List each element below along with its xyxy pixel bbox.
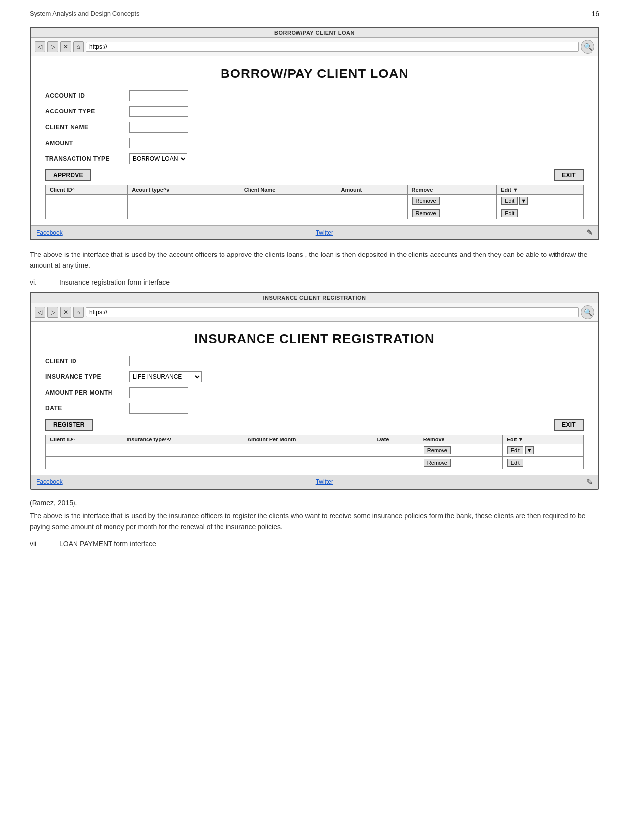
table-row: Remove Edit [46,456,584,469]
borrow-remove-btn-2[interactable]: Remove [412,209,440,217]
insurance-form-title: INSURANCE CLIENT REGISTRATION [45,331,584,347]
borrow-browser-mockup: BORROW/PAY CLIENT LOAN ◁ ▷ ✕ ⌂ 🔍 BORROW/… [30,27,599,240]
document-title: System Analysis and Design Concepts [30,10,140,17]
borrow-footer-facebook[interactable]: Facebook [37,229,63,236]
ins-col-remove: Remove [419,435,502,444]
borrow-account-id-label: ACCOUNT ID [45,92,124,99]
ins-remove-btn-2[interactable]: Remove [424,459,451,467]
borrow-amount-input[interactable] [129,138,188,148]
insurance-amount-label: AMOUNT PER MONTH [45,389,124,396]
borrow-edit-dropdown-1[interactable]: ▼ [519,197,528,205]
ins-col-edit: Edit ▼ [502,435,583,444]
insurance-tab-title: INSURANCE CLIENT REGISTRATION [35,295,594,301]
borrow-tab-title: BORROW/PAY CLIENT LOAN [35,30,594,36]
insurance-browser-content: INSURANCE CLIENT REGISTRATION CLIENT ID … [31,322,598,475]
insurance-home-button[interactable]: ⌂ [73,307,84,318]
insurance-form-actions: REGISTER EXIT [45,419,584,431]
borrow-amount-row: AMOUNT [45,138,584,148]
borrow-amount-label: AMOUNT [45,140,124,146]
insurance-footer-twitter[interactable]: Twitter [316,478,333,485]
borrow-home-button[interactable]: ⌂ [73,41,84,52]
borrow-account-id-input[interactable] [129,90,188,101]
borrow-transaction-type-select[interactable]: BORROW LOAN PAY LOAN [129,153,187,164]
insurance-browser-toolbar: INSURANCE CLIENT REGISTRATION [31,293,598,303]
borrow-account-type-input[interactable] [129,106,188,117]
borrow-approve-button[interactable]: APPROVE [45,169,91,181]
borrow-account-type-row: ACCOUNT TYPE [45,106,584,117]
borrow-col-amount: Amount [337,185,407,195]
borrow-browser-toolbar: BORROW/PAY CLIENT LOAN [31,28,598,38]
insurance-footer-facebook[interactable]: Facebook [37,478,63,485]
section-vii-num: vii. [30,540,49,548]
borrow-col-remove: Remove [407,185,497,195]
insurance-exit-button[interactable]: EXIT [554,419,584,431]
borrow-forward-button[interactable]: ▷ [47,41,58,52]
insurance-url-bar[interactable] [86,307,579,317]
borrow-client-name-label: CLIENT NAME [45,124,124,131]
insurance-type-select[interactable]: LIFE INSURANCE HEALTH INSURANCE CAR INSU… [129,371,202,382]
borrow-account-type-label: ACCOUNT TYPE [45,108,124,115]
borrow-col-clientname: Client Name [240,185,337,195]
borrow-edit-btn-1[interactable]: Edit [501,197,518,205]
ins-col-amount: Amount Per Month [243,435,373,444]
section-vi-num: vi. [30,278,49,286]
insurance-amount-input[interactable] [129,387,188,398]
ins-edit-btn-1[interactable]: Edit [507,446,523,454]
section-vii-text: LOAN PAYMENT form interface [59,540,156,548]
paragraph-2: The above is the interface that is used … [30,511,599,533]
borrow-remove-btn-1[interactable]: Remove [412,197,440,205]
insurance-data-table: Client ID^ Insurance type^v Amount Per M… [45,435,584,469]
section-vi-text: Insurance registration form interface [59,278,170,286]
borrow-back-button[interactable]: ◁ [35,41,45,52]
borrow-footer-pen-icon: ✎ [586,228,592,237]
borrow-footer-twitter[interactable]: Twitter [316,229,333,236]
borrow-col-edit: Edit ▼ [497,185,584,195]
insurance-footer-pen-icon: ✎ [586,477,592,487]
insurance-close-button[interactable]: ✕ [60,307,71,318]
section-vii-heading: vii. LOAN PAYMENT form interface [30,540,599,548]
insurance-browser-mockup: INSURANCE CLIENT REGISTRATION ◁ ▷ ✕ ⌂ 🔍 … [30,292,599,490]
borrow-edit-btn-2[interactable]: Edit [501,209,518,217]
insurance-client-id-row: CLIENT ID [45,356,584,366]
borrow-client-name-row: CLIENT NAME [45,122,584,133]
insurance-date-input[interactable] [129,403,188,414]
borrow-data-table: Client ID^ Acount type^v Client Name Amo… [45,185,584,219]
page-header: System Analysis and Design Concepts 16 [30,10,599,18]
borrow-browser-content: BORROW/PAY CLIENT LOAN ACCOUNT ID ACCOUN… [31,56,598,225]
paragraph-1: The above is the interface that is used … [30,249,599,271]
borrow-col-clientid: Client ID^ [46,185,128,195]
insurance-amount-row: AMOUNT PER MONTH [45,387,584,398]
borrow-close-button[interactable]: ✕ [60,41,71,52]
ins-col-insurancetype[interactable]: Insurance type^v [122,435,243,444]
insurance-search-button[interactable]: 🔍 [581,305,594,319]
insurance-back-button[interactable]: ◁ [35,307,45,318]
borrow-browser-footer: Facebook Twitter ✎ [31,225,598,239]
insurance-client-id-input[interactable] [129,356,188,366]
table-row: Remove Edit [46,207,584,219]
page-number: 16 [592,10,599,18]
ins-edit-dropdown-1[interactable]: ▼ [525,446,534,454]
borrow-form-actions: APPROVE EXIT [45,169,584,181]
insurance-date-label: DATE [45,405,124,412]
insurance-browser-footer: Facebook Twitter ✎ [31,475,598,489]
borrow-transaction-type-label: TRANSACTION TYPE [45,155,124,162]
ins-edit-btn-2[interactable]: Edit [507,459,523,467]
borrow-col-accounttype[interactable]: Acount type^v [128,185,240,195]
insurance-register-button[interactable]: REGISTER [45,419,93,431]
borrow-exit-button[interactable]: EXIT [554,169,584,181]
table-row: Remove Edit ▼ [46,195,584,207]
insurance-type-label: INSURANCE TYPE [45,373,124,380]
insurance-forward-button[interactable]: ▷ [47,307,58,318]
borrow-account-id-row: ACCOUNT ID [45,90,584,101]
borrow-client-name-input[interactable] [129,122,188,133]
borrow-search-button[interactable]: 🔍 [581,40,594,54]
borrow-form-title: BORROW/PAY CLIENT LOAN [45,66,584,81]
borrow-url-bar[interactable] [86,42,579,52]
borrow-browser-nav: ◁ ▷ ✕ ⌂ 🔍 [31,38,598,56]
insurance-type-row: INSURANCE TYPE LIFE INSURANCE HEALTH INS… [45,371,584,382]
borrow-transaction-type-row: TRANSACTION TYPE BORROW LOAN PAY LOAN [45,153,584,164]
ins-col-date: Date [373,435,419,444]
ins-remove-btn-1[interactable]: Remove [424,446,451,454]
section-vi-label: vi. Insurance registration form interfac… [30,278,599,286]
citation: (Ramez, 2015). [30,499,599,507]
